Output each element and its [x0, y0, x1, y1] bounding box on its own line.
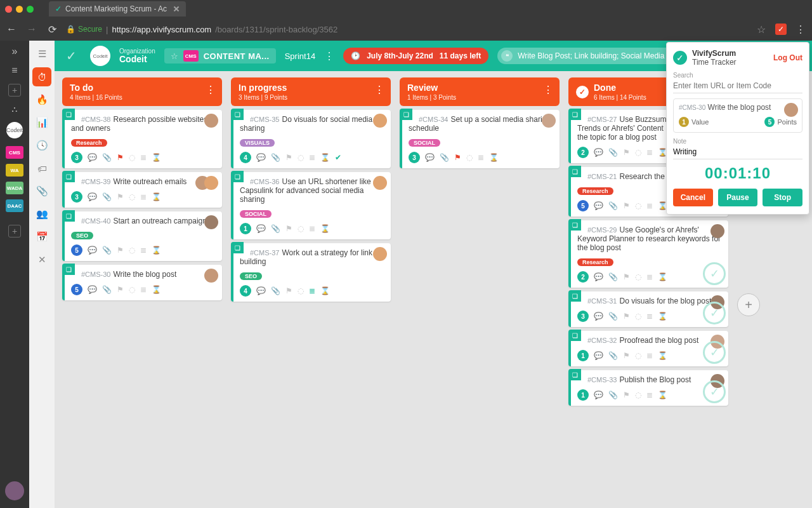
- board-star-icon[interactable]: ☆: [171, 51, 178, 61]
- sprint-deadline-pill[interactable]: 🕑 July 8th-July 22nd 11 days left: [343, 48, 488, 64]
- board-name: CONTENT MA...: [204, 51, 270, 61]
- strip-tags-icon[interactable]: 🏷: [32, 159, 51, 178]
- tracker-stop-button[interactable]: Stop: [763, 189, 802, 206]
- tracker-logout-link[interactable]: Log Out: [773, 53, 802, 62]
- card-list-icon: ≣: [309, 224, 315, 233]
- rail-add-button[interactable]: +: [8, 84, 21, 97]
- clock-icon: 🕑: [351, 51, 360, 60]
- rail-board-badge[interactable]: CMS: [6, 146, 23, 159]
- tracker-selected-item[interactable]: #CMS-30 Write the blog post 1Value 5Poin…: [673, 98, 802, 133]
- org-name[interactable]: Codeit: [119, 55, 155, 64]
- rail-expand-icon[interactable]: »: [12, 46, 18, 57]
- card-points: 5: [71, 284, 82, 295]
- card-circle-icon: ◌: [129, 192, 135, 201]
- rail-org-icon[interactable]: ⛬: [10, 104, 19, 114]
- card[interactable]: ❏#CMS-32Proofread the blog post1💬📎⚑◌≣⌛✓: [568, 331, 728, 366]
- card-flag-icon: ⚑: [117, 285, 124, 294]
- strip-settings-icon[interactable]: ✕: [32, 250, 51, 269]
- strip-team-icon[interactable]: 👥: [32, 204, 51, 224]
- nav-reload-icon[interactable]: ⟳: [46, 23, 58, 36]
- tracker-timer: 00:01:10: [673, 164, 802, 182]
- column-header[interactable]: To do4 Items | 16 Points⋮: [62, 77, 222, 106]
- column-header[interactable]: In progress3 Items | 9 Points⋮: [231, 77, 391, 106]
- tab-title: Content Marketing Scrum - Ac: [65, 4, 167, 13]
- sprint-menu-icon[interactable]: ⋮: [324, 50, 334, 62]
- card-code: #CMS-40: [81, 217, 110, 225]
- card[interactable]: ❏#CMS-36Use an URL shortener like Capsul…: [231, 172, 391, 239]
- strip-stats-icon[interactable]: 📊: [32, 113, 51, 132]
- strip-calendar-icon[interactable]: 📅: [32, 227, 51, 246]
- card-assignee-avatar: [373, 247, 387, 261]
- nav-back-icon[interactable]: ←: [5, 23, 18, 36]
- browser-menu-icon[interactable]: ⋮: [794, 23, 807, 36]
- strip-backlog-icon[interactable]: ☰: [32, 44, 51, 64]
- column-menu-icon[interactable]: ⋮: [543, 84, 553, 96]
- card[interactable]: ❏#CMS-29Use Google's or Ahrefs' Keyword …: [568, 220, 728, 288]
- card-circle-icon: ◌: [466, 153, 473, 162]
- rail-stack-icon[interactable]: ≡: [11, 65, 17, 76]
- card-tag: Research: [71, 139, 107, 147]
- sprint-goal-pill[interactable]: ❝ Write Blog Post; Link building; Social…: [497, 48, 687, 64]
- extension-vivify-icon[interactable]: ✓: [775, 23, 787, 35]
- sprint-name[interactable]: Sprint14: [285, 51, 315, 61]
- card[interactable]: ❏#CMS-31Do visuals for the blog post3💬📎⚑…: [568, 291, 728, 327]
- card-points: 3: [71, 152, 82, 163]
- strip-attach-icon[interactable]: 📎: [32, 182, 51, 201]
- tracker-note-input[interactable]: [673, 145, 802, 159]
- strip-timer-icon[interactable]: ⏱: [32, 67, 51, 86]
- rail-board-badge[interactable]: WA: [6, 164, 23, 177]
- card-code: #CMS-33: [587, 376, 617, 384]
- tracker-cancel-button[interactable]: Cancel: [673, 189, 713, 206]
- column-menu-icon[interactable]: ⋮: [206, 84, 216, 96]
- app-logo-icon[interactable]: ✓: [61, 48, 81, 64]
- column-header[interactable]: Review1 Items | 3 Points⋮: [400, 77, 560, 106]
- card-hourglass-icon: ⌛: [658, 351, 667, 360]
- card-attach-icon: 📎: [271, 153, 280, 162]
- strip-history-icon[interactable]: 🕓: [32, 136, 51, 155]
- rail-board-badge[interactable]: WADA: [6, 182, 23, 194]
- card-tag: SEO: [240, 272, 262, 280]
- tracker-brand-1: VivifyScrum: [692, 49, 737, 58]
- column-subtitle: 6 Items | 14 Points: [594, 94, 646, 101]
- column-subtitle: 1 Items | 3 Points: [407, 94, 552, 101]
- card-type-icon: ❏: [62, 171, 75, 182]
- card[interactable]: ❏#CMS-38Research possible websites and o…: [62, 110, 222, 168]
- strip-burndown-icon[interactable]: 🔥: [32, 90, 51, 109]
- card-hourglass-icon: ⌛: [658, 391, 667, 399]
- card-flag-icon: ⚑: [623, 272, 630, 281]
- browser-tab[interactable]: ✓ Content Marketing Scrum - Ac: [49, 1, 186, 17]
- rail-board-badge[interactable]: DAAC: [6, 199, 23, 212]
- bookmark-star-icon[interactable]: ☆: [755, 23, 768, 36]
- card-code: #CMS-21: [587, 173, 617, 180]
- tab-close-icon[interactable]: [173, 6, 180, 12]
- card[interactable]: ❏#CMS-37Work out a strategy for link bui…: [231, 243, 391, 302]
- rail-user-avatar[interactable]: [5, 481, 24, 500]
- tracker-search-input[interactable]: [673, 79, 802, 93]
- rail-add-board-button[interactable]: +: [8, 225, 21, 237]
- card-circle-icon: ◌: [129, 153, 135, 162]
- card[interactable]: ❏#CMS-34Set up a social media sharing sc…: [400, 110, 560, 168]
- card-assignee-avatar: [710, 224, 724, 238]
- window-close-dot[interactable]: [5, 6, 12, 13]
- card[interactable]: ❏#CMS-33Publish the Blog post1💬📎⚑◌≣⌛✓: [568, 370, 728, 406]
- board-selector[interactable]: ☆ CMS CONTENT MA...: [164, 48, 276, 64]
- address-bar[interactable]: 🔒 Secure | https://app.vivifyscrum.com/b…: [66, 25, 747, 34]
- org-logo[interactable]: Codeit: [90, 46, 110, 66]
- card-comment-icon: 💬: [594, 148, 603, 157]
- column-menu-icon[interactable]: ⋮: [374, 84, 384, 96]
- window-minimize-dot[interactable]: [16, 6, 23, 13]
- card[interactable]: ❏#CMS-40Start an outreach campaignSEO5💬📎…: [62, 211, 222, 261]
- window-zoom-dot[interactable]: [27, 6, 34, 13]
- url-path: /boards/1311/sprint-backlog/3562: [215, 25, 337, 34]
- card[interactable]: ❏#CMS-39Write outreach emails3💬📎⚑◌≣⌛: [62, 172, 222, 208]
- add-column-button[interactable]: +: [737, 293, 760, 316]
- rail-org-logo[interactable]: Codeit: [6, 122, 23, 138]
- card-circle-icon: ◌: [298, 224, 304, 233]
- card[interactable]: ❏#CMS-30Write the blog post5💬📎⚑◌≣⌛: [62, 265, 222, 300]
- card-assignee-avatar: [204, 215, 218, 229]
- tracker-points-number: 5: [764, 117, 775, 127]
- card-points: 4: [240, 152, 251, 163]
- tracker-pause-button[interactable]: Pause: [718, 189, 758, 206]
- card-assignee-avatar: [373, 114, 387, 128]
- card[interactable]: ❏#CMS-35Do visuals for social media shar…: [231, 110, 391, 168]
